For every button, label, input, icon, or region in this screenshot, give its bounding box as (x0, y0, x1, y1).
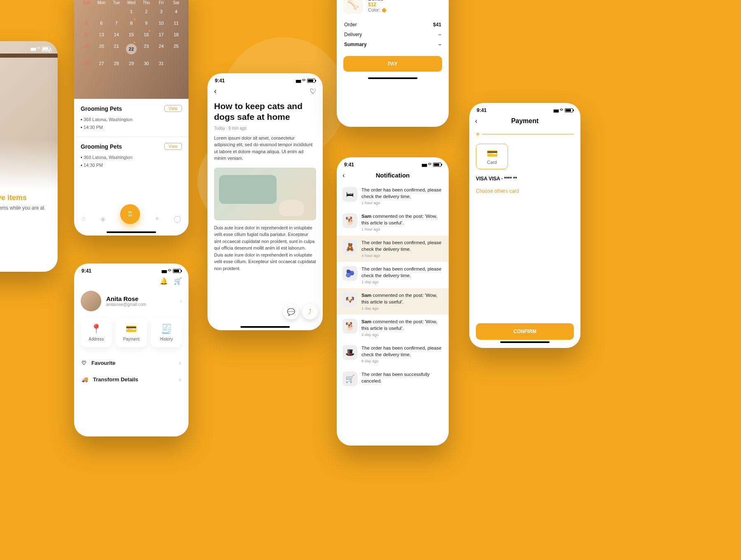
notification-item[interactable]: 🧸 The order has been confirmed, please c… (337, 236, 449, 262)
back-button[interactable]: ‹ (343, 172, 345, 179)
notification-item[interactable]: 🛏 The order has been confirmed, please c… (337, 183, 449, 209)
chevron-right-icon: › (180, 298, 182, 304)
tile-label: History (154, 337, 179, 341)
view-button[interactable]: View (164, 105, 182, 112)
back-button[interactable]: ‹ (475, 117, 477, 125)
calendar-day[interactable]: 26 (79, 58, 94, 68)
bottom-nav: ⌂ ◈ 🗓 ⌖ ◯ (74, 208, 189, 229)
calendar-day[interactable]: 15 (124, 30, 139, 40)
notification-thumbnail: 🛒 (343, 371, 357, 386)
profile-tile-history[interactable]: 🧾 History (151, 318, 182, 347)
dow-label: Sun (79, 0, 94, 5)
calendar-day[interactable]: 17 (154, 30, 168, 40)
payment-method-card[interactable]: 💳 Card (476, 144, 508, 169)
cart-screen: ➰ $7 Color: 🦴 Bonus $12 Color: Order$41 … (337, 0, 449, 127)
calendar-day[interactable]: 2 (139, 7, 154, 16)
calendar-day[interactable]: 14 (109, 30, 124, 40)
calendar-grid[interactable]: 1234567891011121314151617181920212223242… (74, 7, 189, 68)
appointment-card[interactable]: Grooming Pets View 368 Latona, Washingto… (74, 99, 189, 137)
nav-layers-icon[interactable]: ◈ (100, 215, 105, 223)
notification-thumbnail: 🧸 (343, 240, 357, 254)
calendar-day[interactable]: 13 (94, 30, 109, 40)
user-email: anitarose@gmail.com (106, 302, 146, 307)
calendar-day[interactable]: 8 (124, 18, 139, 28)
menu-item-favourite[interactable]: ♡ Favourite › (82, 355, 181, 371)
article-paragraph: Lorem ipsum dolor sit amet, consectetur … (207, 135, 323, 166)
onboarding-screen: Skip Buy attractive items Order the need… (0, 41, 58, 272)
calendar-day[interactable]: 24 (154, 41, 168, 57)
pay-button[interactable]: PAY (343, 56, 442, 72)
notification-thumbnail: 🎩 (343, 345, 357, 360)
calendar-day[interactable]: 1 (124, 7, 139, 16)
notification-item[interactable]: 🐕 Sam commented on the post: 'Wow, this … (337, 315, 449, 341)
product-color: Color: (368, 7, 386, 12)
notification-item[interactable]: 🐶 Sam commented on the post: 'Wow, this … (337, 288, 449, 315)
calendar-day[interactable]: 16 (139, 30, 154, 40)
appointment-title: Grooming Pets (81, 143, 122, 150)
profile-tile-address[interactable]: 📍 Address (81, 318, 112, 347)
calendar-day[interactable]: 4 (169, 7, 184, 16)
calendar-day[interactable]: 11 (169, 18, 184, 28)
calendar-day[interactable]: 25 (169, 41, 184, 57)
notification-item[interactable]: 🫐 The order has been confirmed, please c… (337, 262, 449, 288)
calendar-day[interactable]: 5 (79, 18, 94, 28)
notification-thumbnail: 🐶 (343, 292, 357, 307)
calendar-day[interactable]: 28 (109, 58, 124, 68)
skip-button[interactable]: Skip (42, 47, 52, 53)
calendar-day[interactable]: 19 (79, 41, 94, 57)
appointment-card[interactable]: Grooming Pets View 368 Latona, Washingto… (74, 137, 189, 175)
article-meta: Today · 9 min ago (207, 124, 323, 135)
calendar-day[interactable]: 31 (154, 58, 168, 68)
comment-button[interactable]: 💬 (283, 304, 299, 320)
calendar-day[interactable]: 23 (139, 41, 154, 57)
calendar-day[interactable]: 29 (124, 58, 139, 68)
calendar-day[interactable]: 27 (94, 58, 109, 68)
view-button[interactable]: View (164, 143, 182, 150)
calendar-day[interactable]: 21 (109, 41, 124, 57)
profile-header[interactable]: Anita Rose anitarose@gmail.com › (74, 288, 189, 318)
appointment-address: 368 Latona, Washington (81, 116, 182, 124)
notification-item[interactable]: 🛒 The order has been successfully cancel… (337, 367, 449, 390)
calendar-day (79, 7, 94, 16)
calendar-day (94, 7, 109, 16)
cart-icon[interactable]: 🛒 (174, 277, 182, 285)
notification-time: 4 hour ago (361, 253, 443, 258)
calendar-day[interactable]: 22 (124, 41, 139, 57)
calendar-day[interactable]: 7 (109, 18, 124, 28)
nav-calendar-fab[interactable]: 🗓 (120, 204, 140, 224)
bell-icon[interactable]: 🔔 (160, 277, 168, 285)
notification-time: 1 hour ago (361, 227, 443, 231)
onboarding-subtitle: Order the needed items while you are at … (0, 202, 58, 221)
menu-item-transform details[interactable]: 🚚 Transform Details › (82, 371, 181, 387)
calendar-day[interactable]: 6 (94, 18, 109, 28)
page-indicator (0, 221, 58, 234)
dow-label: Sat (169, 0, 184, 5)
choose-other-card-link[interactable]: Choose others card (469, 182, 580, 201)
confirm-button[interactable]: CONFIRM (476, 323, 574, 340)
favorite-icon[interactable]: ♡ (310, 87, 316, 96)
menu-label: Favourite (91, 360, 116, 366)
cart-item[interactable]: 🦴 Bonus $12 Color: (337, 0, 449, 16)
calendar-day[interactable]: 18 (169, 30, 184, 40)
nav-home-icon[interactable]: ⌂ (82, 215, 86, 222)
notification-item[interactable]: 🐕 Sam commented on the post: 'Wow, this … (337, 209, 449, 236)
calendar-day[interactable]: 30 (139, 58, 154, 68)
nav-profile-icon[interactable]: ◯ (174, 215, 181, 223)
nav-location-icon[interactable]: ⌖ (155, 215, 159, 222)
article-image (214, 168, 316, 220)
appointment-time: 14:30 PM (81, 161, 182, 169)
calendar-hero: ‹ July › SunMonTueWedThuFriSat 123456789… (74, 0, 189, 99)
share-button[interactable]: ⤴ (302, 304, 318, 320)
calendar-day[interactable]: 12 (79, 30, 94, 40)
calendar-screen: ‹ July › SunMonTueWedThuFriSat 123456789… (74, 0, 189, 236)
notification-item[interactable]: 🎩 The order has been confirmed, please c… (337, 341, 449, 367)
calendar-day[interactable]: 10 (154, 18, 168, 28)
calendar-day[interactable]: 3 (154, 7, 168, 16)
notification-text: Sam commented on the post: 'Wow, this ar… (361, 319, 443, 331)
calendar-day[interactable]: 20 (94, 41, 109, 57)
profile-tile-payment[interactable]: 💳 Payment (116, 318, 147, 347)
calendar-day[interactable]: 9 (139, 18, 154, 28)
calendar-day (109, 7, 124, 16)
back-button[interactable]: ‹ (214, 87, 217, 96)
saved-card-row[interactable]: VISA VISA · **** ** (469, 176, 580, 182)
